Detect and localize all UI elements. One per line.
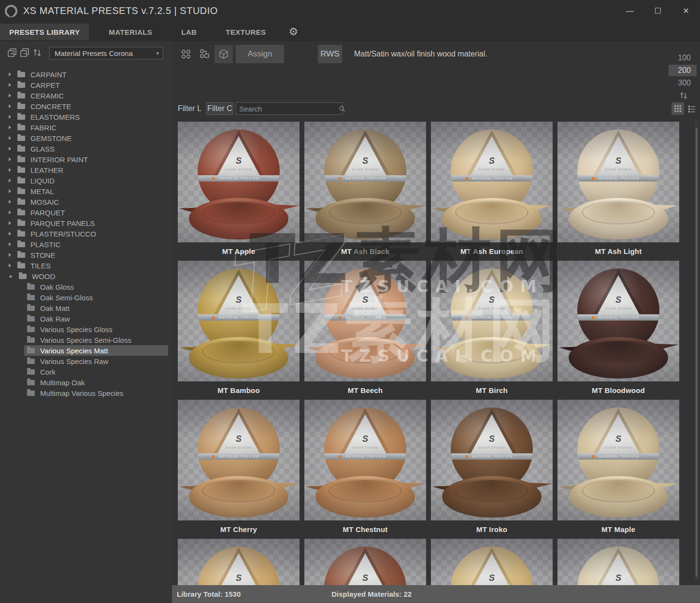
tree-category-parquet[interactable]: PARQUET (0, 207, 172, 218)
size-option-300[interactable]: 300 (669, 77, 697, 89)
vertical-scrollbar-thumb[interactable] (696, 128, 698, 577)
chevron-collapsed-icon[interactable] (9, 200, 11, 204)
chevron-collapsed-icon[interactable] (9, 147, 11, 151)
material-tile[interactable]: S SIGER STUDIO MATERIAL PREVIEW MT Ash B… (304, 122, 426, 261)
tree-item-oak-semi-gloss[interactable]: Oak Semi-Gloss (0, 292, 172, 303)
material-tile[interactable]: S SIGER STUDIO MATERIAL PREVIEW MT Bambo… (178, 261, 300, 400)
material-tile[interactable]: S SIGER STUDIO MATERIAL PREVIEW MT Ash L… (557, 122, 679, 261)
tree-category-gemstone[interactable]: GEMSTONE (0, 133, 172, 143)
material-tile[interactable]: S SIGER STUDIO MATERIAL PREVIEW MT Chest… (304, 400, 426, 539)
filter-category-button[interactable]: Filter C (206, 102, 233, 115)
assign-button[interactable]: Assign (236, 45, 284, 63)
chevron-collapsed-icon[interactable] (9, 104, 11, 108)
tree-item-oak-gloss[interactable]: Oak Gloss (0, 281, 172, 292)
grid-view-icon[interactable] (671, 102, 684, 115)
material-tile[interactable]: S SIGER STUDIO MATERIAL PREVIEW MT Beech (304, 261, 426, 400)
material-tile[interactable]: S SIGER STUDIO MATERIAL PREVIEW MT Apple (178, 122, 300, 261)
tree-category-mosaic[interactable]: MOSAIC (0, 196, 172, 207)
folder-icon (27, 380, 35, 385)
tree-item-oak-matt[interactable]: Oak Matt (0, 303, 172, 313)
preset-library-dropdown[interactable]: Material Presets Corona ▾ (49, 47, 163, 59)
sort-materials-icon[interactable] (679, 91, 688, 102)
chevron-collapsed-icon[interactable] (9, 157, 11, 161)
sidebar-toolbar: Material Presets Corona ▾ (0, 46, 172, 60)
tree-category-fabric[interactable]: FABRIC (0, 122, 172, 133)
tree-item-various-species-matt[interactable]: Various Species Matt (0, 345, 172, 356)
tree-category-plastic[interactable]: PLASTIC (0, 239, 172, 250)
material-tile[interactable]: S SIGER STUDIO MATERIAL PREVIEW (178, 539, 300, 585)
thumbnail-view-icon[interactable] (177, 45, 195, 63)
material-tile[interactable]: S SIGER STUDIO MATERIAL PREVIEW MT Iroko (431, 400, 553, 539)
search-input[interactable] (236, 105, 338, 113)
chevron-collapsed-icon[interactable] (9, 232, 11, 236)
node-view-icon[interactable] (195, 45, 214, 63)
chevron-collapsed-icon[interactable] (9, 242, 11, 246)
tree-category-liquid[interactable]: LIQUID (0, 175, 172, 186)
material-cube-icon[interactable] (214, 45, 233, 63)
tree-category-glass[interactable]: GLASS (0, 143, 172, 154)
list-view-icon[interactable] (686, 102, 698, 115)
material-tile[interactable]: S SIGER STUDIO MATERIAL PREVIEW MT Birch (431, 261, 553, 400)
material-tile[interactable]: S SIGER STUDIO MATERIAL PREVIEW (431, 539, 553, 585)
chevron-collapsed-icon[interactable] (9, 253, 11, 257)
tree-category-plaster-stucco[interactable]: PLASTER/STUCCO (0, 228, 172, 239)
tree-category-concrete[interactable]: CONCRETE (0, 101, 172, 112)
tree-category-elastomers[interactable]: ELASTOMERS (0, 112, 172, 122)
chevron-collapsed-icon[interactable] (9, 126, 11, 129)
siger-studio-text: SIGER STUDIO (597, 307, 640, 310)
settings-gear-icon[interactable]: ⚙ (289, 26, 299, 38)
chevron-collapsed-icon[interactable] (9, 94, 11, 98)
maximize-button[interactable]: ☐ (644, 0, 672, 22)
band-text: MATERIAL PREVIEW (345, 455, 386, 458)
tree-category-wood[interactable]: WOOD (0, 271, 172, 281)
tree-category-carpet[interactable]: CARPET (0, 80, 172, 90)
tree-category-metal[interactable]: METAL (0, 186, 172, 196)
tree-category-interior-paint[interactable]: INTERIOR PAINT (0, 154, 172, 165)
tree-item-cork[interactable]: Cork (0, 366, 172, 377)
close-button[interactable]: ✕ (672, 0, 700, 22)
material-name: MT Cherry (178, 520, 300, 539)
siger-studio-text: SIGER STUDIO (471, 168, 513, 171)
tree-category-leather[interactable]: LEATHER (0, 165, 172, 175)
chevron-collapsed-icon[interactable] (9, 136, 11, 140)
tree-item-various-species-raw[interactable]: Various Species Raw (0, 356, 172, 366)
chevron-collapsed-icon[interactable] (9, 221, 11, 225)
tree-item-various-species-semi-gloss[interactable]: Various Species Semi-Gloss (0, 335, 172, 345)
ball-base-ring (457, 480, 527, 501)
tab-presets-library[interactable]: PRESETS LIBRARY (0, 24, 89, 40)
tree-category-parquet-panels[interactable]: PARQUET PANELS (0, 218, 172, 228)
size-option-200[interactable]: 200 (669, 65, 697, 76)
tree-category-tiles[interactable]: TILES (0, 260, 172, 271)
chevron-collapsed-icon[interactable] (9, 210, 11, 214)
minimize-button[interactable]: — (616, 0, 644, 22)
size-option-100[interactable]: 100 (669, 52, 697, 64)
tree-item-multimap-various-species[interactable]: Multimap Various Species (0, 388, 172, 398)
chevron-collapsed-icon[interactable] (9, 264, 11, 267)
chevron-collapsed-icon[interactable] (9, 115, 11, 119)
chevron-expanded-icon[interactable] (9, 276, 13, 278)
material-tile[interactable]: S SIGER STUDIO MATERIAL PREVIEW (557, 539, 679, 585)
material-tile[interactable]: S SIGER STUDIO MATERIAL PREVIEW (304, 539, 426, 585)
tree-item-various-species-gloss[interactable]: Various Species Gloss (0, 324, 172, 335)
expand-all-icon[interactable] (7, 47, 17, 58)
chevron-collapsed-icon[interactable] (9, 179, 11, 182)
sort-tree-icon[interactable] (32, 47, 43, 58)
tree-category-carpaint[interactable]: CARPAINT (0, 69, 172, 80)
tree-item-multimap-oak[interactable]: Multimap Oak (0, 377, 172, 388)
rws-button[interactable]: RWS (318, 45, 342, 63)
tree-item-oak-raw[interactable]: Oak Raw (0, 313, 172, 324)
tree-category-ceramic[interactable]: CERAMIC (0, 90, 172, 101)
collapse-all-icon[interactable] (19, 47, 30, 58)
chevron-collapsed-icon[interactable] (9, 168, 11, 172)
material-tile[interactable]: S SIGER STUDIO MATERIAL PREVIEW MT Maple (557, 400, 679, 539)
chevron-collapsed-icon[interactable] (9, 72, 11, 76)
material-tile[interactable]: S SIGER STUDIO MATERIAL PREVIEW MT Blood… (557, 261, 679, 400)
material-tile[interactable]: S SIGER STUDIO MATERIAL PREVIEW MT Ash E… (431, 122, 553, 261)
chevron-collapsed-icon[interactable] (9, 83, 11, 87)
tree-category-stone[interactable]: STONE (0, 250, 172, 260)
tab-materials[interactable]: MATERIALS (100, 24, 161, 40)
chevron-collapsed-icon[interactable] (9, 189, 11, 193)
tab-textures[interactable]: TEXTURES (216, 24, 275, 40)
tab-lab[interactable]: LAB (172, 24, 206, 40)
material-tile[interactable]: S SIGER STUDIO MATERIAL PREVIEW MT Cherr… (178, 400, 300, 539)
